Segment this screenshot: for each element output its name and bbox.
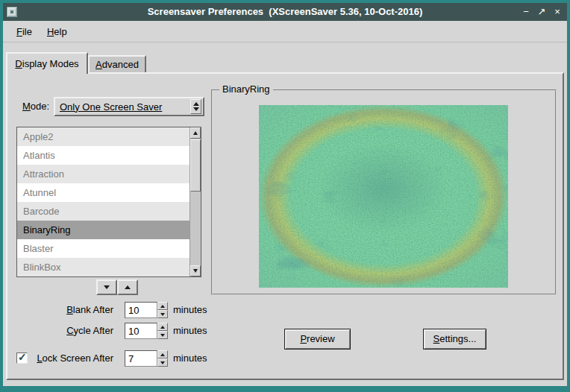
cycle-after-input[interactable] xyxy=(125,323,157,339)
menubar: File Help xyxy=(3,21,567,42)
titlebar[interactable]: Screensaver Preferences (XScreenSaver 5.… xyxy=(3,3,567,21)
saver-list-item[interactable]: BlinkBox xyxy=(17,258,190,276)
mode-label: Mode: xyxy=(22,97,49,116)
saver-list: Apple2 Atlantis Attraction Atunnel Barco… xyxy=(16,127,201,277)
menu-help[interactable]: Help xyxy=(40,23,75,40)
spin-down-icon[interactable] xyxy=(157,310,168,318)
down-arrow-icon xyxy=(193,107,199,111)
lock-after-spinbox xyxy=(125,350,168,367)
blank-after-label: Blank After xyxy=(7,301,113,319)
saver-list-item[interactable]: Blaster xyxy=(17,239,190,258)
cycle-after-unit: minutes xyxy=(173,322,207,340)
preview-frame-label: BinaryRing xyxy=(219,83,273,95)
maximize-icon[interactable]: ↗ xyxy=(535,5,548,19)
spin-up-icon[interactable] xyxy=(157,302,168,310)
spin-down-icon[interactable] xyxy=(157,358,168,367)
scrollbar-thumb[interactable] xyxy=(190,139,201,192)
spin-down-icon[interactable] xyxy=(157,331,168,339)
saver-list-item[interactable]: Atunnel xyxy=(17,183,190,202)
up-arrow-icon xyxy=(125,285,131,289)
spin-up-icon[interactable] xyxy=(157,323,168,331)
close-icon[interactable]: × xyxy=(551,5,564,19)
saver-list-item-selected[interactable]: BinaryRing xyxy=(17,221,190,239)
xscreensaver-preferences-window: Screensaver Preferences (XScreenSaver 5.… xyxy=(0,0,570,392)
saver-list-item[interactable]: Atlantis xyxy=(17,146,190,165)
down-arrow-icon xyxy=(104,285,110,289)
window-title: Screensaver Preferences (XScreenSaver 5.… xyxy=(3,3,567,21)
up-arrow-icon xyxy=(193,102,199,106)
saver-list-item[interactable]: Barcode xyxy=(17,202,190,221)
scrollbar-up-icon[interactable] xyxy=(190,127,201,139)
lock-after-input[interactable] xyxy=(125,350,157,367)
spin-up-icon[interactable] xyxy=(157,350,168,358)
blank-after-spinbox xyxy=(125,302,168,318)
saver-list-item[interactable]: Attraction xyxy=(17,165,190,183)
binaryring-preview-image xyxy=(259,105,508,288)
mode-combo-value: Only One Screen Saver xyxy=(55,101,190,113)
scrollbar-down-icon[interactable] xyxy=(190,265,201,276)
saver-list-item[interactable]: Apple2 xyxy=(17,127,190,146)
list-down-button[interactable] xyxy=(96,279,117,295)
mode-combo[interactable]: Only One Screen Saver xyxy=(54,97,204,116)
preview-frame xyxy=(211,89,557,295)
preview-button[interactable]: Preview xyxy=(284,329,351,350)
blank-after-unit: minutes xyxy=(173,301,207,319)
list-up-button[interactable] xyxy=(117,279,138,295)
minimize-icon[interactable]: − xyxy=(519,5,533,19)
display-modes-panel: Mode: Only One Screen Saver Apple2 Atlan… xyxy=(6,72,564,380)
combo-spinner-icon[interactable] xyxy=(190,99,201,114)
tab-display-modes[interactable]: Display Modes xyxy=(6,52,88,74)
settings-button[interactable]: Settings... xyxy=(423,329,486,350)
tab-advanced[interactable]: Advanced xyxy=(88,55,146,72)
cycle-after-label: Cycle After xyxy=(7,322,113,340)
list-scrollbar[interactable] xyxy=(190,127,201,276)
lock-after-unit: minutes xyxy=(173,350,207,367)
blank-after-input[interactable] xyxy=(125,302,157,318)
menu-file[interactable]: File xyxy=(9,23,40,40)
lock-screen-label: Lock Screen After xyxy=(7,350,113,367)
cycle-after-spinbox xyxy=(125,323,168,339)
